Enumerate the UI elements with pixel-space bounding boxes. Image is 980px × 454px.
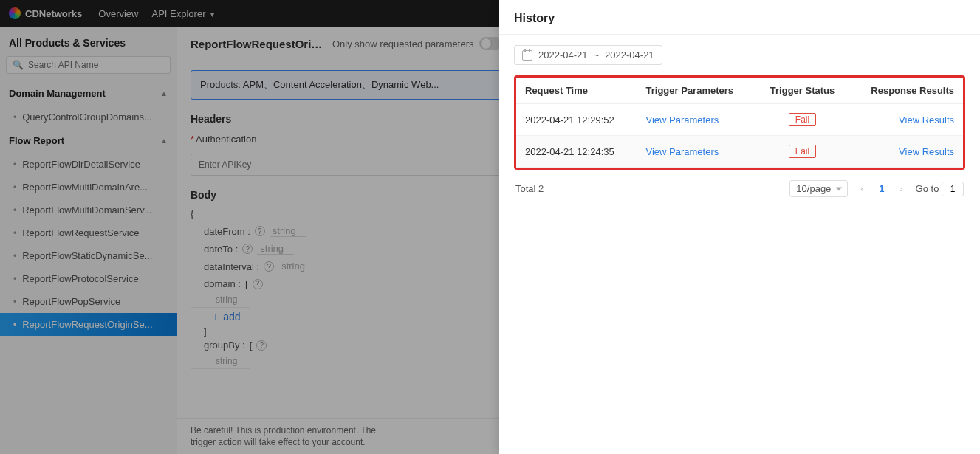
sidebar-item[interactable]: ReportFlowPopService [0,290,177,313]
help-icon[interactable]: ? [264,261,274,272]
domain-item-type: string [191,292,250,308]
brand: CDNetworks [9,7,82,19]
chevron-down-icon: ▾ [210,10,214,18]
history-row: 2022-04-21 12:24:35View ParametersFailVi… [516,136,963,168]
nav-api-explorer[interactable]: API Explorer ▾ [151,8,214,19]
products-text: Products: APM、Content Acceleration、Dynam… [200,78,439,92]
history-row: 2022-04-21 12:29:52View ParametersFailVi… [516,104,963,136]
col-trigger-params: Trigger Parameters [637,78,756,104]
page-next[interactable]: › [895,183,908,194]
param-name: dateTo : [204,244,238,255]
page-prev[interactable]: ‹ [855,183,868,194]
production-warning: Be careful! This is production environme… [191,424,383,448]
status-fail-badge: Fail [789,113,816,126]
history-table: Request Time Trigger Parameters Trigger … [516,78,963,168]
status-fail-badge: Fail [789,145,816,158]
cell-request-time: 2022-04-21 12:24:35 [516,136,637,168]
page-current[interactable]: 1 [876,183,887,194]
help-icon[interactable]: ? [256,340,267,351]
param-type[interactable]: string [257,243,294,255]
only-show-label: Only show requested parameters [332,38,473,49]
date-from: 2022-04-21 [538,49,588,61]
view-results-link[interactable]: View Results [899,146,954,157]
per-page-select[interactable]: 10/page [789,180,848,197]
param-domain-label: domain : [204,278,241,289]
collapse-icon: ▲ [160,137,168,145]
col-response-results: Response Results [849,78,963,104]
goto-input[interactable] [942,182,964,196]
goto-label: Go to [916,183,939,194]
param-name: dataInterval : [204,261,259,272]
param-name: dateFrom : [204,226,250,237]
cell-request-time: 2022-04-21 12:29:52 [516,104,637,136]
help-icon[interactable]: ? [253,279,263,289]
date-range-picker[interactable]: 2022-04-21 ~ 2022-04-21 [514,45,662,65]
param-type[interactable]: string [278,261,315,272]
pagination: Total 2 10/page ‹ 1 › Go to [514,170,965,197]
search-input[interactable] [28,60,164,70]
view-parameters-link[interactable]: View Parameters [646,146,719,157]
sidebar-item[interactable]: ReportFlowRequestService [0,221,177,244]
calendar-icon [522,50,532,61]
date-to: 2022-04-21 [605,49,654,61]
sidebar-item[interactable]: ReportFlowRequestOriginSe... [0,313,177,336]
param-type[interactable]: string [270,225,306,237]
group-flow-report-label: Flow Report [9,135,64,146]
date-tilde: ~ [594,49,600,61]
help-icon[interactable]: ? [242,244,253,254]
nav-overview[interactable]: Overview [98,8,138,19]
api-title: ReportFlowRequestOrigin... [191,38,323,50]
sidebar-item[interactable]: QueryControlGroupDomains... [0,106,177,128]
sidebar-item[interactable]: ReportFlowStaticDynamicSe... [0,244,177,267]
col-trigger-status: Trigger Status [756,78,849,104]
sidebar-item[interactable]: ReportFlowProtocolService [0,267,177,290]
goto-page: Go to [916,182,964,196]
brand-name: CDNetworks [25,8,82,19]
help-icon[interactable]: ? [255,226,265,236]
nav-api-explorer-label: API Explorer [151,8,205,19]
group-domain-mgmt[interactable]: Domain Management ▲ [0,81,177,106]
history-drawer: History 2022-04-21 ~ 2022-04-21 Request … [499,0,980,454]
sidebar: All Products & Services 🔍 Domain Managem… [0,27,177,454]
history-title: History [499,0,980,35]
sidebar-item[interactable]: ReportFlowMultiDomainServ... [0,199,177,221]
view-results-link[interactable]: View Results [899,114,954,125]
sidebar-item[interactable]: ReportFlowMultiDomainAre... [0,176,177,199]
col-request-time: Request Time [516,78,637,104]
group-domain-mgmt-label: Domain Management [9,88,106,99]
auth-label: *Authentication [191,134,256,145]
brand-logo-icon [9,7,21,19]
sidebar-title: All Products & Services [0,27,177,56]
collapse-icon: ▲ [160,89,168,97]
history-table-highlight: Request Time Trigger Parameters Trigger … [514,75,965,170]
group-flow-report[interactable]: Flow Report ▲ [0,128,177,153]
search-api[interactable]: 🔍 [6,56,171,74]
sidebar-item[interactable]: ReportFlowDirDetailService [0,153,177,176]
param-groupby-label: groupBy : [204,340,245,351]
total-count: Total 2 [515,183,544,194]
search-icon: 🔍 [13,60,24,70]
view-parameters-link[interactable]: View Parameters [646,114,719,125]
groupby-item-type: string [191,354,250,369]
